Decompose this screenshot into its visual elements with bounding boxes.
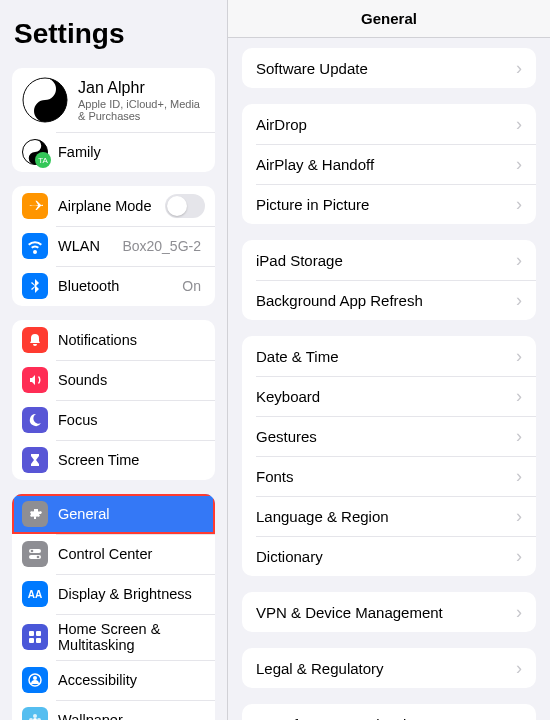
sidebar-item-wlan[interactable]: WLANBox20_5G-2 [12,226,215,266]
sidebar-item-label: WLAN [58,238,122,254]
main-row-fonts[interactable]: Fonts› [242,456,536,496]
profile-group: Jan Alphr Apple ID, iCloud+, Media & Pur… [12,68,215,172]
sidebar-item-wallpaper[interactable]: Wallpaper [12,700,215,720]
sidebar-item-display-brightness[interactable]: AADisplay & Brightness [12,574,215,614]
main-header: General [228,0,550,38]
main-row-label: VPN & Device Management [256,604,516,621]
main-row-gestures[interactable]: Gestures› [242,416,536,456]
sidebar-item-bluetooth[interactable]: BluetoothOn [12,266,215,306]
main-group: Date & Time›Keyboard›Gestures›Fonts›Lang… [242,336,536,576]
family-avatar: TA [22,139,48,165]
chevron-right-icon: › [516,194,522,215]
main-row-label: Dictionary [256,548,516,565]
main-row-label: Picture in Picture [256,196,516,213]
sidebar-item-label: Notifications [58,332,205,348]
grid-icon [22,624,48,650]
sidebar-item-airplane-mode[interactable]: Airplane Mode [12,186,215,226]
row-value: On [182,278,201,294]
sidebar-item-label: Control Center [58,546,205,562]
sidebar-item-screen-time[interactable]: Screen Time [12,440,215,480]
svg-point-7 [37,556,40,559]
main-row-label: Keyboard [256,388,516,405]
main-title: General [361,10,417,27]
main-row-label: iPad Storage [256,252,516,269]
profile-subtitle: Apple ID, iCloud+, Media & Purchases [78,98,205,122]
chevron-right-icon: › [516,506,522,527]
main-row-legal-regulatory[interactable]: Legal & Regulatory› [242,648,536,688]
sidebar-item-label: Display & Brightness [58,586,205,602]
wifi-icon [22,233,48,259]
chevron-right-icon: › [516,658,522,679]
settings-title: Settings [0,0,227,60]
sidebar-item-label: Accessibility [58,672,205,688]
svg-rect-10 [36,631,41,636]
toggle[interactable] [165,194,205,218]
svg-point-1 [42,86,48,92]
moon-icon [22,407,48,433]
family-badge: TA [35,152,51,168]
main-group: Transfer or Reset iPad›Shut Down [242,704,536,720]
network-group: Airplane ModeWLANBox20_5G-2BluetoothOn [12,186,215,306]
chevron-right-icon: › [516,602,522,623]
main-row-transfer-or-reset-ipad[interactable]: Transfer or Reset iPad› [242,704,536,720]
main-row-dictionary[interactable]: Dictionary› [242,536,536,576]
sidebar-item-home-screen-multitasking[interactable]: Home Screen & Multitasking [12,614,215,660]
sidebar-item-accessibility[interactable]: Accessibility [12,660,215,700]
chevron-right-icon: › [516,290,522,311]
svg-rect-12 [36,638,41,643]
main-row-airplay-handoff[interactable]: AirPlay & Handoff› [242,144,536,184]
sidebar-item-control-center[interactable]: Control Center [12,534,215,574]
settings-sidebar[interactable]: Settings Jan Alphr Apple ID, iCloud+, Me… [0,0,228,720]
sidebar-item-sounds[interactable]: Sounds [12,360,215,400]
main-row-background-app-refresh[interactable]: Background App Refresh› [242,280,536,320]
person-icon [22,667,48,693]
switches-icon [22,541,48,567]
avatar [22,77,68,123]
sidebar-item-label: Wallpaper [58,712,205,720]
svg-rect-9 [29,631,34,636]
apple-id-row[interactable]: Jan Alphr Apple ID, iCloud+, Media & Pur… [12,68,215,132]
main-row-picture-in-picture[interactable]: Picture in Picture› [242,184,536,224]
main-row-ipad-storage[interactable]: iPad Storage› [242,240,536,280]
main-row-label: AirDrop [256,116,516,133]
airplane-icon [22,193,48,219]
main-row-label: Fonts [256,468,516,485]
chevron-right-icon: › [516,466,522,487]
flower-icon [22,707,48,720]
sidebar-item-focus[interactable]: Focus [12,400,215,440]
main-row-vpn-device-management[interactable]: VPN & Device Management› [242,592,536,632]
svg-rect-11 [29,638,34,643]
main-row-label: Date & Time [256,348,516,365]
row-value: Box20_5G-2 [122,238,201,254]
main-row-label: AirPlay & Handoff [256,156,516,173]
bell-icon [22,327,48,353]
chevron-right-icon: › [516,154,522,175]
main-group: VPN & Device Management› [242,592,536,632]
main-row-date-time[interactable]: Date & Time› [242,336,536,376]
speaker-icon [22,367,48,393]
profile-name: Jan Alphr [78,79,205,97]
main-group: AirDrop›AirPlay & Handoff›Picture in Pic… [242,104,536,224]
main-row-keyboard[interactable]: Keyboard› [242,376,536,416]
sidebar-item-label: Focus [58,412,205,428]
family-row[interactable]: TA Family [12,132,215,172]
sidebar-item-label: Bluetooth [58,278,182,294]
main-pane[interactable]: General Software Update›AirDrop›AirPlay … [228,0,550,720]
main-group: Software Update› [242,48,536,88]
sidebar-item-general[interactable]: General [12,494,215,534]
sidebar-item-notifications[interactable]: Notifications [12,320,215,360]
sidebar-item-label: Airplane Mode [58,198,165,214]
main-row-label: Background App Refresh [256,292,516,309]
chevron-right-icon: › [516,250,522,271]
svg-point-16 [33,714,37,718]
chevron-right-icon: › [516,58,522,79]
main-row-language-region[interactable]: Language & Region› [242,496,536,536]
svg-text:AA: AA [28,589,42,600]
main-row-airdrop[interactable]: AirDrop› [242,104,536,144]
svg-point-2 [42,108,48,114]
main-row-label: Transfer or Reset iPad [256,716,516,721]
chevron-right-icon: › [516,714,522,721]
sidebar-item-label: Screen Time [58,452,205,468]
svg-point-6 [31,550,34,553]
main-row-software-update[interactable]: Software Update› [242,48,536,88]
